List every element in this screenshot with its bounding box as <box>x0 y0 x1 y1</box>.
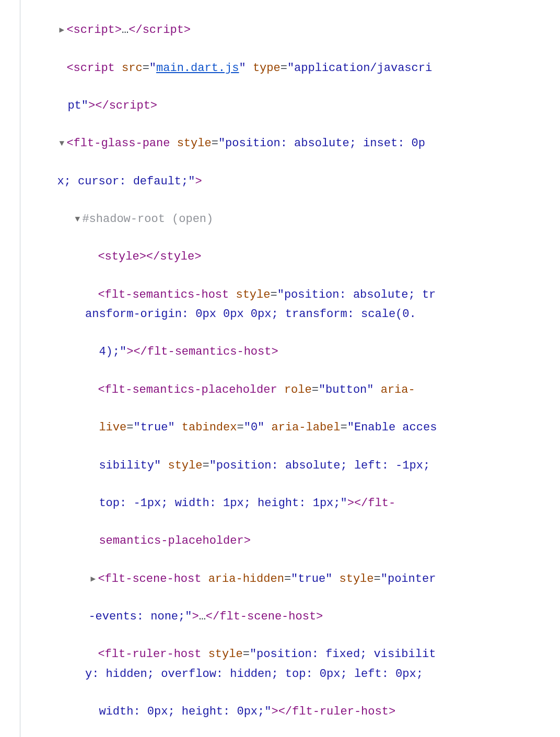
dom-node-wrap: width: 0px; height: 0px;"></flt-ruler-ho… <box>1 684 560 721</box>
link-main-dart-js[interactable]: main.dart.js <box>156 62 239 75</box>
dom-node-wrap: x; cursor: default;"> <box>1 154 560 191</box>
dom-node-flt-semantics-placeholder[interactable]: <flt-semantics-placeholder role="button"… <box>1 362 560 400</box>
dom-node-wrap: y: hidden; overflow: hidden; top: 0px; l… <box>1 664 560 684</box>
collapse-arrow-icon[interactable] <box>73 213 82 227</box>
dom-node-wrap: ansform-origin: 0px 0px 0px; transform: … <box>1 305 560 324</box>
dom-node-style-empty[interactable]: <style></style> <box>1 229 560 266</box>
dom-node-wrap: top: -1px; width: 1px; height: 1px;"></f… <box>1 475 560 513</box>
dom-node-flt-ruler-host-1[interactable]: <flt-ruler-host style="position: fixed; … <box>1 626 560 664</box>
dom-node-flt-semantics-host[interactable]: <flt-semantics-host style="position: abs… <box>1 267 560 305</box>
dom-node-script-collapsed[interactable]: <script>…</script> <box>1 2 560 40</box>
expand-arrow-icon[interactable] <box>88 573 98 587</box>
dom-tree: <script>…</script> <script src="main.dar… <box>1 0 560 737</box>
dom-node-flt-scene-host[interactable]: <flt-scene-host aria-hidden="true" style… <box>1 551 560 588</box>
dom-node-script-main[interactable]: <script src="main.dart.js" type="applica… <box>1 40 560 77</box>
dom-node-wrap: 4);"></flt-semantics-host> <box>1 324 560 361</box>
dom-node-wrap: sibility" style="position: absolute; lef… <box>1 437 560 475</box>
dom-node-wrap: pt"></script> <box>1 78 560 115</box>
dom-node-wrap: live="true" tabindex="0" aria-label="Ena… <box>1 400 560 437</box>
shadow-root-label[interactable]: #shadow-root (open) <box>1 191 560 229</box>
dom-node-wrap: -events: none;">…</flt-scene-host> <box>1 589 560 626</box>
dom-node-wrap: semantics-placeholder> <box>1 513 560 551</box>
collapse-arrow-icon[interactable] <box>57 137 66 151</box>
expand-arrow-icon[interactable] <box>57 24 66 38</box>
dom-node-flt-ruler-host-2[interactable]: <flt-ruler-host style="position: fixed; … <box>1 721 560 737</box>
dom-node-flt-glass-pane[interactable]: <flt-glass-pane style="position: absolut… <box>1 115 560 153</box>
